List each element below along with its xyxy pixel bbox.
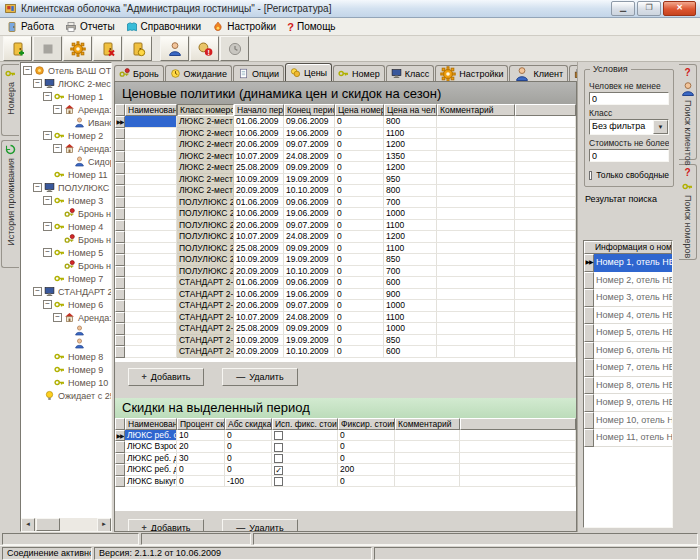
cell[interactable] xyxy=(437,116,515,128)
cell[interactable]: ЛЮКС 2-местн. 2-ко xyxy=(177,139,234,151)
cell[interactable] xyxy=(125,174,177,186)
cell[interactable]: 1000 xyxy=(384,300,437,312)
cell[interactable]: 09.07.2009 xyxy=(284,300,335,312)
cell[interactable] xyxy=(437,277,515,289)
cell[interactable] xyxy=(437,208,515,220)
left-tab-1[interactable]: Номера xyxy=(1,64,19,136)
cell[interactable]: 0 xyxy=(335,116,384,128)
right-tab-2[interactable]: ?Поиск номеров xyxy=(679,164,697,260)
cell[interactable]: 0 xyxy=(338,453,395,465)
cell[interactable]: 19.06.2009 xyxy=(284,128,335,140)
cell[interactable]: ЛЮКС Взросл. д xyxy=(125,441,177,453)
cell[interactable]: ПОЛУЛЮКС 2-местн xyxy=(177,266,234,278)
collapse-icon[interactable]: − xyxy=(43,196,52,205)
cell[interactable]: 700 xyxy=(384,197,437,209)
cell[interactable]: ✓ xyxy=(272,464,338,476)
column-header[interactable]: Исп. фикс. стоимость xyxy=(272,418,338,430)
column-header[interactable]: Цена номер xyxy=(335,104,384,116)
cell[interactable]: 0 xyxy=(335,174,384,186)
tree-item[interactable]: Бронь на н xyxy=(21,207,111,220)
collapse-icon[interactable]: − xyxy=(43,92,52,101)
cell[interactable]: 0 xyxy=(335,254,384,266)
tab-4[interactable]: Цены xyxy=(285,63,332,81)
cell[interactable]: 0 xyxy=(335,323,384,335)
cell[interactable]: ЛЮКС реб. осн. xyxy=(125,430,177,442)
collapse-icon[interactable]: − xyxy=(33,183,42,192)
cell[interactable] xyxy=(125,346,177,358)
cell[interactable]: 900 xyxy=(384,289,437,301)
use-fixed-checkbox[interactable]: ✓ xyxy=(274,466,283,475)
collapse-icon[interactable]: − xyxy=(23,66,32,75)
class-select[interactable]: Без фильтра ▼ xyxy=(589,119,669,135)
cell[interactable]: 09.09.2009 xyxy=(284,243,335,255)
cell[interactable] xyxy=(125,300,177,312)
cell[interactable]: 850 xyxy=(384,254,437,266)
cell[interactable]: 01.06.2009 xyxy=(234,197,284,209)
cell[interactable]: 0 xyxy=(335,335,384,347)
cell[interactable] xyxy=(395,453,460,465)
cell[interactable]: 850 xyxy=(384,335,437,347)
tree-item[interactable]: −Аренда: 25 xyxy=(21,311,111,324)
cell[interactable]: СТАНДАРТ 2-местн. xyxy=(177,300,234,312)
result-row[interactable]: Номер 7, отель НЕ ОП xyxy=(584,359,672,377)
tree-item[interactable]: Бронь на н xyxy=(21,233,111,246)
cell[interactable]: СТАНДАРТ 2-местн. xyxy=(177,277,234,289)
tree-item[interactable]: −ПОЛУЛЮКС 2-ме xyxy=(21,181,111,194)
cell[interactable] xyxy=(437,197,515,209)
cell[interactable]: 01.06.2009 xyxy=(234,277,284,289)
cell[interactable]: 20.09.2009 xyxy=(234,266,284,278)
cell[interactable]: 10.10.2009 xyxy=(284,185,335,197)
cell[interactable]: 19.06.2009 xyxy=(284,289,335,301)
tree-item[interactable]: −СТАНДАРТ 2-мес xyxy=(21,285,111,298)
cell[interactable] xyxy=(125,323,177,335)
cell[interactable]: 19.09.2009 xyxy=(284,335,335,347)
cell[interactable]: 700 xyxy=(384,266,437,278)
cell[interactable] xyxy=(125,162,177,174)
cell[interactable]: 09.07.2009 xyxy=(284,139,335,151)
menu-item-3[interactable]: Справочники xyxy=(122,20,209,34)
cell[interactable]: -100 xyxy=(225,476,272,488)
menu-item-4[interactable]: Настройки xyxy=(208,20,283,34)
tab-2[interactable]: Ожидание xyxy=(165,65,232,81)
cell[interactable]: 20.06.2009 xyxy=(234,300,284,312)
cell[interactable] xyxy=(125,116,177,128)
cell[interactable]: ЛЮКС 2-местн. 2-ко xyxy=(177,174,234,186)
cell[interactable]: 10.10.2009 xyxy=(284,346,335,358)
cell[interactable] xyxy=(437,231,515,243)
menu-item-2[interactable]: Отчеты xyxy=(61,20,122,34)
cell[interactable]: 09.09.2009 xyxy=(284,323,335,335)
column-header[interactable]: Наименование xyxy=(125,104,177,116)
cell[interactable]: ЛЮКС 2-местн. 2-ко xyxy=(177,162,234,174)
scroll-left-icon[interactable]: ◄ xyxy=(21,518,35,532)
collapse-icon[interactable]: − xyxy=(33,287,42,296)
tree-item[interactable]: Номер 10 xyxy=(21,376,111,389)
column-header[interactable]: Конец периода xyxy=(284,104,335,116)
cell[interactable]: 10.06.2009 xyxy=(234,208,284,220)
result-row[interactable]: Номер 9, отель НЕ ОП xyxy=(584,394,672,412)
cell[interactable] xyxy=(125,312,177,324)
cell[interactable] xyxy=(125,197,177,209)
cell[interactable]: 09.06.2009 xyxy=(284,277,335,289)
use-fixed-checkbox[interactable] xyxy=(274,454,283,463)
cell[interactable]: 0 xyxy=(335,312,384,324)
cell[interactable] xyxy=(437,185,515,197)
cell[interactable]: 10.06.2009 xyxy=(234,128,284,140)
cell[interactable]: 0 xyxy=(338,430,395,442)
collapse-icon[interactable]: − xyxy=(43,222,52,231)
cell[interactable]: 0 xyxy=(335,197,384,209)
collapse-icon[interactable]: − xyxy=(53,105,62,114)
add-room-button[interactable] xyxy=(3,36,32,61)
tab-6[interactable]: Класс xyxy=(386,65,435,81)
cell[interactable]: 1100 xyxy=(384,243,437,255)
cell[interactable]: 10.09.2009 xyxy=(234,335,284,347)
cell[interactable]: 600 xyxy=(384,346,437,358)
tree-item[interactable]: Номер 8 xyxy=(21,350,111,363)
cell[interactable]: ЛЮКС 2-местн. 2-ко xyxy=(177,151,234,163)
tree-item[interactable]: −Номер 3 xyxy=(21,194,111,207)
cell[interactable] xyxy=(437,162,515,174)
cell[interactable]: 10.07.2009 xyxy=(234,312,284,324)
collapse-icon[interactable]: − xyxy=(43,300,52,309)
cell[interactable] xyxy=(437,254,515,266)
tab-1[interactable]: Бронь xyxy=(114,65,164,81)
cell[interactable]: 0 xyxy=(335,139,384,151)
